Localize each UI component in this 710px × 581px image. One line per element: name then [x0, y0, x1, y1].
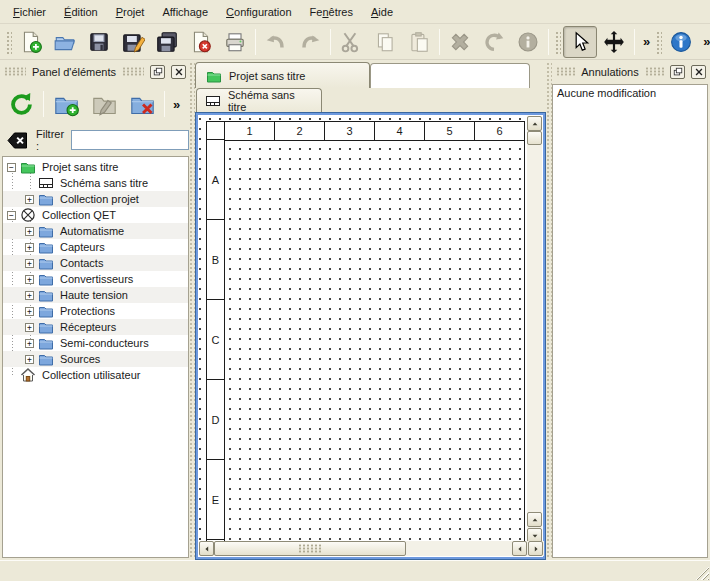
print-button[interactable] — [218, 26, 252, 58]
menu-configuration[interactable]: Configuration — [217, 2, 300, 22]
clear-filter-button[interactable] — [5, 130, 30, 151]
reload-collections-button[interactable] — [2, 85, 40, 123]
expand-toggle-icon[interactable]: + — [25, 307, 34, 316]
close-icon — [694, 67, 704, 77]
scroll-up-button[interactable] — [527, 116, 542, 131]
tree-item-collection-qet[interactable]: −Collection QET — [3, 207, 188, 223]
expand-toggle-icon[interactable]: + — [25, 323, 34, 332]
save-button[interactable] — [82, 26, 116, 58]
save-as-button[interactable] — [116, 26, 150, 58]
undo-button[interactable] — [259, 26, 293, 58]
float-panel-button[interactable] — [670, 65, 685, 79]
toolbar-overflow-button[interactable]: » — [698, 27, 710, 57]
paste-button[interactable] — [402, 26, 436, 58]
about-button[interactable] — [664, 26, 698, 58]
tree-item-convertisseurs[interactable]: +Convertisseurs — [3, 271, 188, 287]
horizontal-scroll-thumb[interactable] — [214, 541, 406, 556]
vertical-scroll-thumb[interactable] — [527, 131, 542, 145]
expand-toggle-icon[interactable]: + — [25, 259, 34, 268]
menu-edition[interactable]: Édition — [55, 2, 107, 22]
expand-toggle-icon[interactable]: + — [25, 355, 34, 364]
delete-category-button[interactable] — [123, 85, 161, 123]
toolbar-handle[interactable] — [554, 30, 561, 54]
menu-projet[interactable]: Projet — [107, 2, 154, 22]
home-icon — [20, 367, 37, 383]
toolbar-handle[interactable] — [5, 30, 12, 54]
tree-item-automatisme[interactable]: +Automatisme — [3, 223, 188, 239]
scroll-left-button[interactable] — [199, 541, 214, 556]
expand-toggle-icon[interactable]: + — [25, 243, 34, 252]
toolbar-overflow-button[interactable]: » — [638, 27, 655, 57]
rotate-button[interactable] — [477, 26, 511, 58]
delete-button[interactable] — [443, 26, 477, 58]
new-category-button[interactable] — [47, 85, 85, 123]
tree-item-projet-sans-titre[interactable]: −Projet sans titre — [3, 159, 188, 175]
open-project-button[interactable] — [48, 26, 82, 58]
collapse-toggle-icon[interactable]: − — [7, 163, 16, 172]
scroll-left-button[interactable] — [512, 541, 527, 556]
tree-item-capteurs[interactable]: +Capteurs — [3, 239, 188, 255]
tree-item-collection-projet[interactable]: +Collection projet — [3, 191, 188, 207]
close-file-button[interactable] — [184, 26, 218, 58]
expand-toggle-icon[interactable]: + — [25, 275, 34, 284]
new-project-button[interactable] — [14, 26, 48, 58]
vertical-scrollbar[interactable] — [527, 116, 542, 543]
tree-item-recepteurs[interactable]: +Récepteurs — [3, 319, 188, 335]
column-header-2: 2 — [274, 121, 325, 141]
tree-item-sources[interactable]: +Sources — [3, 351, 188, 367]
tree-item-label: Collection projet — [60, 193, 139, 205]
undo-list-item[interactable]: Aucune modification — [553, 85, 707, 101]
panel-toolbar-overflow-button[interactable]: » — [168, 89, 185, 119]
expand-toggle-icon[interactable]: + — [25, 227, 34, 236]
expand-toggle-icon[interactable]: + — [25, 195, 34, 204]
folder-blue-icon — [38, 271, 55, 287]
toolbar-handle[interactable] — [655, 30, 662, 54]
pan-mode-button[interactable] — [597, 26, 631, 58]
tree-item-contacts[interactable]: +Contacts — [3, 255, 188, 271]
expand-toggle-icon[interactable]: + — [25, 339, 34, 348]
undo-panel-header[interactable]: Annulations — [556, 63, 706, 80]
folder-blue-icon — [38, 239, 55, 255]
element-info-button[interactable] — [511, 26, 545, 58]
arrow-down-icon — [531, 532, 539, 540]
folder-blue-icon — [38, 319, 55, 335]
element-tree[interactable]: −Projet sans titreSchéma sans titre+Coll… — [2, 156, 189, 558]
elements-panel-header[interactable]: Panel d'éléments — [4, 63, 186, 80]
schematic-canvas[interactable]: 123456 ABCDE — [199, 116, 529, 543]
edit-category-button[interactable] — [85, 85, 123, 123]
tree-item-semi-conducteurs[interactable]: +Semi-conducteurs — [3, 335, 188, 351]
save-all-button[interactable] — [150, 26, 184, 58]
tab-projet-sans-titre[interactable]: Projet sans titre — [195, 62, 370, 88]
selection-mode-button[interactable] — [563, 26, 597, 58]
horizontal-scrollbar[interactable] — [199, 541, 544, 556]
clear-filter-icon — [5, 130, 30, 151]
tree-item-collection-utilisateur[interactable]: Collection utilisateur — [3, 367, 188, 383]
elements-panel-title: Panel d'éléments — [32, 66, 116, 78]
filter-input[interactable] — [71, 130, 189, 150]
toolbar-separator — [330, 29, 331, 55]
close-panel-button[interactable] — [171, 65, 186, 79]
close-panel-button[interactable] — [691, 65, 706, 79]
expand-toggle-icon[interactable]: + — [25, 291, 34, 300]
menu-fichier[interactable]: Fichier — [4, 2, 55, 22]
float-panel-button[interactable] — [150, 65, 165, 79]
menu-affichage[interactable]: Affichage — [153, 2, 217, 22]
resize-grip[interactable] — [695, 566, 709, 580]
scroll-up-button[interactable] — [527, 512, 542, 527]
arrow-right-icon — [532, 545, 540, 553]
redo-button[interactable] — [293, 26, 327, 58]
tree-item-protections[interactable]: +Protections — [3, 303, 188, 319]
tree-item-label: Haute tension — [60, 289, 128, 301]
elements-toolbar: » — [2, 84, 190, 124]
tree-item-schema-sans-titre[interactable]: Schéma sans titre — [3, 175, 188, 191]
tree-item-haute-tension[interactable]: +Haute tension — [3, 287, 188, 303]
toolbar-separator — [164, 91, 165, 117]
copy-button[interactable] — [368, 26, 402, 58]
undo-history-list[interactable]: Aucune modification — [552, 84, 708, 558]
collapse-toggle-icon[interactable]: − — [7, 211, 16, 220]
menu-fenetres[interactable]: Fenêtres — [301, 2, 362, 22]
scroll-right-button[interactable] — [528, 541, 543, 556]
menu-aide[interactable]: Aide — [362, 2, 402, 22]
tab-schema-sans-titre[interactable]: Schéma sans titre — [196, 88, 322, 112]
cut-button[interactable] — [334, 26, 368, 58]
